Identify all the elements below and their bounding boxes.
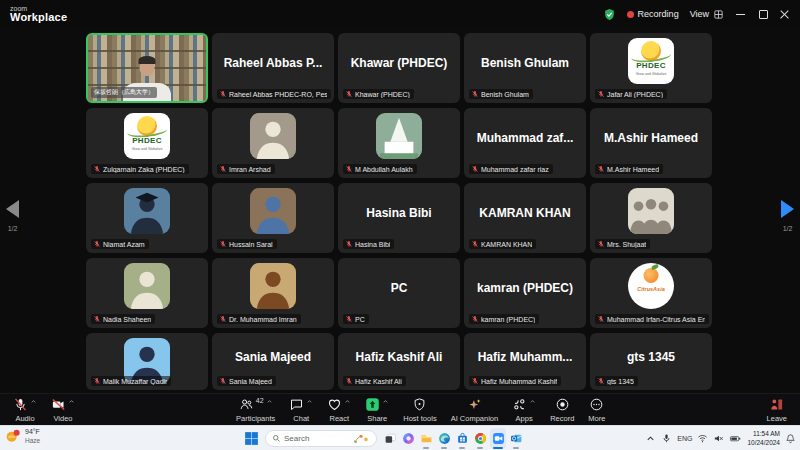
- react-button[interactable]: React: [320, 394, 358, 425]
- participant-display-name: Benish Ghulam: [464, 33, 586, 93]
- gallery-prev-page-button[interactable]: 1/2: [6, 200, 19, 232]
- chevron-up-icon[interactable]: [68, 398, 75, 405]
- tray-microphone-icon[interactable]: [661, 433, 672, 444]
- participant-tile[interactable]: Imran Arshad: [212, 108, 334, 178]
- participant-label-text: Zulqarnain Zaka (PHDEC): [103, 166, 185, 173]
- gallery-next-page-button[interactable]: 1/2: [781, 200, 794, 232]
- muted-mic-icon: [471, 90, 479, 98]
- ai-companion-button[interactable]: AI Companion: [444, 394, 506, 425]
- weather-widget[interactable]: 94°F Haze: [5, 428, 40, 445]
- participant-tile[interactable]: Khawar (PHDEC) Khawar (PHDEC): [338, 33, 460, 103]
- participant-tile[interactable]: Muhammad zaf... Muhammad zafar riaz: [464, 108, 586, 178]
- taskbar-app-explorer[interactable]: [418, 428, 434, 449]
- taskbar-app-outlook[interactable]: [508, 428, 524, 449]
- audio-button[interactable]: Audio: [6, 394, 44, 425]
- taskbar-app-store[interactable]: [454, 428, 470, 449]
- chevron-up-icon[interactable]: [529, 398, 536, 405]
- participant-display-name: Raheel Abbas P...: [212, 33, 334, 93]
- tray-chevron-up-icon[interactable]: [645, 433, 656, 444]
- participant-label-text: Imran Arshad: [229, 166, 271, 173]
- meeting-toolbar: Audio Video 42 Participants Chat React S…: [0, 393, 800, 425]
- taskbar-clock[interactable]: 11:54 AM 10/24/2024: [747, 430, 780, 447]
- participant-tile[interactable]: Benish Ghulam Benish Ghulam: [464, 33, 586, 103]
- participant-photo-avatar: [124, 263, 170, 309]
- taskbar-app-copilot[interactable]: [400, 428, 416, 449]
- participant-tile[interactable]: Hasina Bibi Hasina Bibi: [338, 183, 460, 253]
- participant-tile[interactable]: Hafiz Muhamm... Hafiz Muhammad Kashif: [464, 333, 586, 390]
- wifi-icon[interactable]: [697, 433, 708, 444]
- participant-tile[interactable]: Dr. Muhammad Imran: [212, 258, 334, 328]
- host-tools-button[interactable]: Host tools: [396, 394, 443, 425]
- participant-name-label: Muhammad zafar riaz: [469, 164, 553, 174]
- participant-tile[interactable]: Raheel Abbas P... Raheel Abbas PHDEC-RO,…: [212, 33, 334, 103]
- participant-tile[interactable]: KAMRAN KHAN KAMRAN KHAN: [464, 183, 586, 253]
- participant-photo-avatar: [376, 113, 422, 159]
- more-button[interactable]: More: [581, 394, 612, 425]
- participant-tile[interactable]: PHDEC Grow and Globalize Jafar Ali (PHDE…: [590, 33, 712, 103]
- taskbar-app-chrome[interactable]: [472, 428, 488, 449]
- notifications-bell-icon[interactable]: [785, 433, 796, 444]
- participant-tile[interactable]: kamran (PHDEC) kamran (PHDEC): [464, 258, 586, 328]
- toolbar-item-label: Video: [53, 414, 72, 423]
- encryption-shield-icon[interactable]: [603, 8, 616, 21]
- weather-temperature: 94°F: [25, 428, 40, 437]
- recording-label: Recording: [638, 9, 679, 19]
- participant-tile[interactable]: Hafiz Kashif Ali Hafiz Kashif Ali: [338, 333, 460, 390]
- toolbar-item-label: Apps: [516, 414, 533, 423]
- participant-tile[interactable]: Sania Majeed Sania Majeed: [212, 333, 334, 390]
- participant-display-name: Hafiz Muhamm...: [464, 333, 586, 380]
- close-button[interactable]: [779, 9, 790, 20]
- chevron-up-icon[interactable]: [266, 398, 273, 405]
- toolbar-item-label: More: [588, 414, 605, 423]
- battery-icon[interactable]: [729, 433, 742, 444]
- language-indicator[interactable]: ENG: [677, 435, 692, 442]
- participant-tile[interactable]: PHDEC Grow and Globalize Zulqarnain Zaka…: [86, 108, 208, 178]
- running-indicator: [513, 447, 519, 449]
- apps-iconrow: [512, 397, 536, 413]
- toolbar-item-label: AI Companion: [451, 414, 499, 423]
- participants-iconrow: 42: [239, 397, 273, 413]
- participant-tile[interactable]: Hussain Saral: [212, 183, 334, 253]
- participant-tile[interactable]: Nadia Shaheen: [86, 258, 208, 328]
- participant-tile[interactable]: gts 1345 gts 1345: [590, 333, 712, 390]
- muted-mic-icon: [597, 165, 605, 173]
- video-button[interactable]: Video: [44, 394, 82, 425]
- chevron-up-icon[interactable]: [382, 398, 389, 405]
- chat-iconrow: [289, 397, 313, 413]
- start-button[interactable]: [243, 430, 260, 447]
- participant-label-text: Hafiz Muhammad Kashif: [481, 378, 557, 385]
- maximize-button[interactable]: [757, 9, 768, 20]
- participant-tile[interactable]: PC PC: [338, 258, 460, 328]
- toolbar-center-group: 42 Participants Chat React Share Host to…: [229, 394, 612, 425]
- chevron-up-icon[interactable]: [306, 398, 313, 405]
- muted-mic-icon: [219, 90, 227, 98]
- view-button[interactable]: View: [690, 9, 724, 20]
- chevron-up-icon[interactable]: [344, 398, 351, 405]
- taskbar-app-edge[interactable]: [436, 428, 452, 449]
- toolbar-item-label: Host tools: [403, 414, 436, 423]
- participant-tile[interactable]: CitrusAsia Muhammad Irfan-Citrus Asia En…: [590, 258, 712, 328]
- chat-button[interactable]: Chat: [282, 394, 320, 425]
- participants-button[interactable]: 42 Participants: [229, 394, 282, 425]
- leave-button[interactable]: Leave: [760, 394, 794, 425]
- participant-name-label: Dr. Muhammad Imran: [217, 314, 301, 324]
- muted-mic-icon: [219, 165, 227, 173]
- participant-tile[interactable]: M Abdullah Aulakh: [338, 108, 460, 178]
- participant-label-text: Dr. Muhammad Imran: [229, 316, 297, 323]
- taskbar-app-task-view[interactable]: [382, 428, 398, 449]
- taskbar-app-zoom[interactable]: [490, 428, 506, 449]
- share-button[interactable]: Share: [358, 394, 396, 425]
- participant-tile[interactable]: Malik Muzaffar Qadir: [86, 333, 208, 390]
- search-input[interactable]: Search: [265, 430, 377, 447]
- apps-button[interactable]: Apps: [505, 394, 543, 425]
- minimize-button[interactable]: [735, 9, 746, 20]
- volume-muted-icon[interactable]: [713, 433, 724, 444]
- participant-tile[interactable]: 保坂哲朗（広島大学）: [86, 33, 208, 103]
- participant-tile[interactable]: M.Ashir Hameed M.Ashir Hameed: [590, 108, 712, 178]
- participant-name-label: Mrs. Shujaat: [595, 239, 650, 249]
- participant-grid: 保坂哲朗（広島大学）Raheel Abbas P... Raheel Abbas…: [86, 33, 712, 390]
- participant-tile[interactable]: Mrs. Shujaat: [590, 183, 712, 253]
- participant-tile[interactable]: Niamat Azam: [86, 183, 208, 253]
- chevron-up-icon[interactable]: [30, 398, 37, 405]
- record-button[interactable]: Record: [543, 394, 581, 425]
